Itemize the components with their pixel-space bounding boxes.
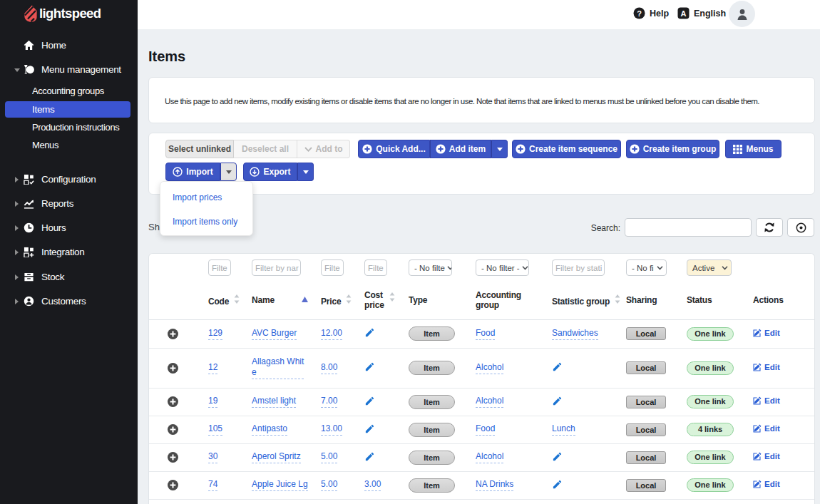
svg-text:A: A bbox=[681, 9, 687, 18]
svg-text:?: ? bbox=[637, 9, 642, 18]
